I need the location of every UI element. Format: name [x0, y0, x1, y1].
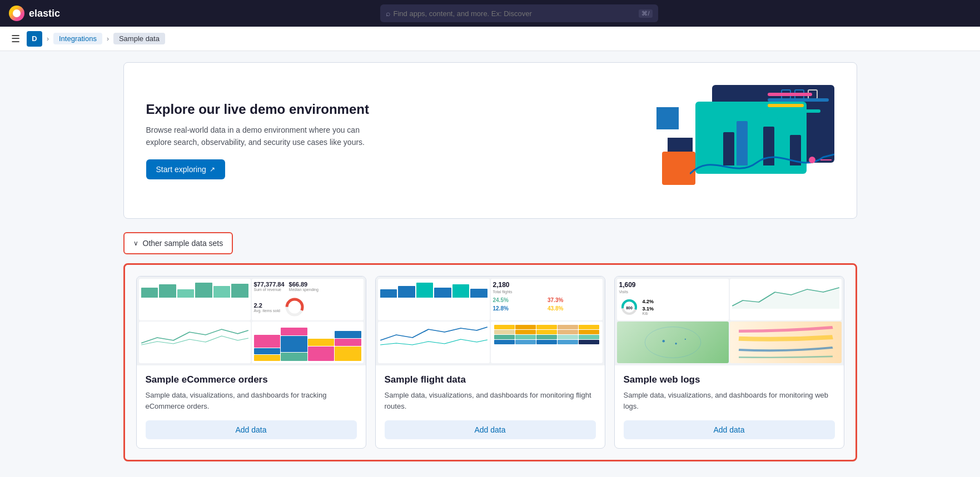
ecommerce-card-body: Sample eCommerce orders Sample data, vis… — [137, 365, 366, 448]
total-flights-label: Total flights — [493, 290, 600, 294]
bar — [452, 284, 470, 298]
bar — [434, 288, 451, 298]
hm-cell — [536, 330, 557, 334]
demo-card-title: Explore our live demo environment — [146, 102, 380, 117]
visits-value: 1,609 — [619, 281, 727, 289]
segment — [308, 339, 335, 346]
segment — [254, 348, 281, 354]
hm-cell — [558, 335, 578, 339]
weblogs-card: 1,609 Visits 800 4.2% 3.1% Kib — [614, 276, 844, 449]
search-icon: ⌕ — [386, 9, 390, 18]
segment — [335, 339, 361, 346]
hm-cell — [579, 325, 599, 329]
ecommerce-stacked-pane — [252, 322, 364, 363]
ecommerce-card-title: Sample eCommerce orders — [146, 374, 357, 385]
start-exploring-button[interactable]: Start exploring ↗ — [146, 159, 225, 179]
menu-button[interactable]: ☰ — [9, 31, 22, 47]
weblogs-add-data-button[interactable]: Add data — [624, 420, 835, 439]
flights-card-body: Sample flight data Sample data, visualiz… — [376, 365, 605, 448]
elastic-logo: elastic — [9, 6, 60, 21]
hm-cell — [494, 335, 515, 339]
flights-bar-pane — [378, 279, 490, 320]
illus-wave-line — [690, 140, 834, 185]
pct1-val: 4.2% — [643, 299, 654, 304]
hm-cell — [579, 340, 599, 344]
weblogs-preview: 1,609 Visits 800 4.2% 3.1% Kib — [615, 277, 844, 365]
start-exploring-label: Start exploring — [156, 165, 206, 174]
weblogs-map-pane — [617, 322, 729, 363]
accordion-label: Other sample data sets — [143, 239, 223, 248]
visits-label: Visits — [619, 290, 727, 294]
demo-illustration: ✓ ✓ □ — [656, 85, 834, 196]
flights-card-title: Sample flight data — [385, 374, 596, 385]
hm-cell — [494, 340, 515, 344]
ecommerce-card-desc: Sample data, visualizations, and dashboa… — [146, 390, 357, 411]
flights-card-desc: Sample data, visualizations, and dashboa… — [385, 390, 596, 411]
revenue-stat: $77,377.84 Sum of revenue — [254, 281, 285, 292]
search-input[interactable] — [394, 9, 636, 18]
bar — [213, 286, 231, 298]
weblogs-area-svg — [732, 281, 839, 309]
flight-pct-3-val: 12.8% — [493, 305, 546, 312]
median-value: $66.89 — [289, 281, 319, 288]
ecommerce-line-pane — [139, 322, 251, 363]
flight-pct-1-val: 24.5% — [493, 297, 546, 303]
breadcrumb-bar: ☰ D › Integrations › Sample data — [0, 27, 980, 51]
flights-add-data-button[interactable]: Add data — [385, 420, 596, 439]
breadcrumb-separator-icon: › — [47, 35, 49, 43]
flights-pct-grid: 24.5% 37.3% 12.8% 43.8% — [493, 297, 600, 312]
ecommerce-add-data-button[interactable]: Add data — [146, 420, 357, 439]
logo-icon — [9, 6, 24, 21]
logo-text: elastic — [29, 8, 60, 19]
segment — [254, 355, 281, 361]
stacked-col-1 — [254, 335, 281, 361]
global-search-bar[interactable]: ⌕ ⌘/ — [380, 4, 658, 22]
other-datasets-accordion[interactable]: ∨ Other sample data sets — [123, 232, 233, 254]
flights-line-svg — [380, 324, 487, 346]
hm-cell — [536, 325, 557, 329]
flights-card: 2,180 Total flights 24.5% 37.3% 12.8% — [375, 276, 605, 449]
svg-text:800: 800 — [626, 306, 633, 310]
weblogs-line-pane — [730, 279, 842, 320]
weblogs-card-title: Sample web logs — [624, 374, 835, 385]
segment — [335, 347, 361, 361]
ecommerce-bar-row — [141, 281, 248, 298]
bar — [159, 284, 176, 298]
stacked-bars — [254, 324, 361, 361]
svg-marker-7 — [732, 288, 839, 309]
weblogs-card-desc: Sample data, visualizations, and dashboa… — [624, 390, 835, 411]
stacked-col-3 — [308, 339, 335, 361]
hm-cell — [579, 330, 599, 334]
weblogs-stats-pane: 1,609 Visits 800 4.2% 3.1% Kib — [617, 279, 729, 320]
top-navigation: elastic ⌕ ⌘/ — [0, 0, 980, 27]
weblogs-map-svg — [619, 324, 727, 361]
ecommerce-stats-pane: $77,377.84 Sum of revenue $66.89 Median … — [252, 279, 364, 320]
bar — [470, 289, 487, 298]
avg-stat: 2.2 Avg. items sold — [254, 302, 280, 313]
main-content: Explore our live demo environment Browse… — [101, 51, 879, 473]
flight-pct-1: 24.5% — [493, 297, 546, 303]
stacked-col-2 — [281, 328, 307, 361]
breadcrumb-integrations[interactable]: Integrations — [53, 33, 102, 44]
ecommerce-preview: $77,377.84 Sum of revenue $66.89 Median … — [137, 277, 366, 365]
ecommerce-card: $77,377.84 Sum of revenue $66.89 Median … — [136, 276, 366, 449]
svg-point-9 — [662, 340, 664, 342]
flights-heatmap — [493, 324, 600, 345]
weblogs-sankey-pane — [730, 322, 842, 363]
illus-mini-bars — [768, 93, 829, 113]
hm-cell — [536, 340, 557, 344]
flights-line-pane — [378, 322, 490, 363]
median-stat: $66.89 Median spending — [289, 281, 319, 292]
segment — [281, 336, 307, 352]
ecommerce-stats: $77,377.84 Sum of revenue $66.89 Median … — [254, 281, 361, 292]
hm-cell — [536, 335, 557, 339]
illus-mini-bar-2 — [768, 98, 829, 102]
flights-stats-pane: 2,180 Total flights 24.5% 37.3% 12.8% — [491, 279, 603, 320]
hm-cell — [515, 330, 536, 334]
sample-data-cards-container: $77,377.84 Sum of revenue $66.89 Median … — [123, 263, 857, 461]
search-shortcut: ⌘/ — [639, 9, 652, 18]
hm-cell — [515, 325, 536, 329]
bar — [416, 283, 434, 298]
illus-square-blue — [656, 107, 679, 129]
bar — [231, 284, 248, 298]
